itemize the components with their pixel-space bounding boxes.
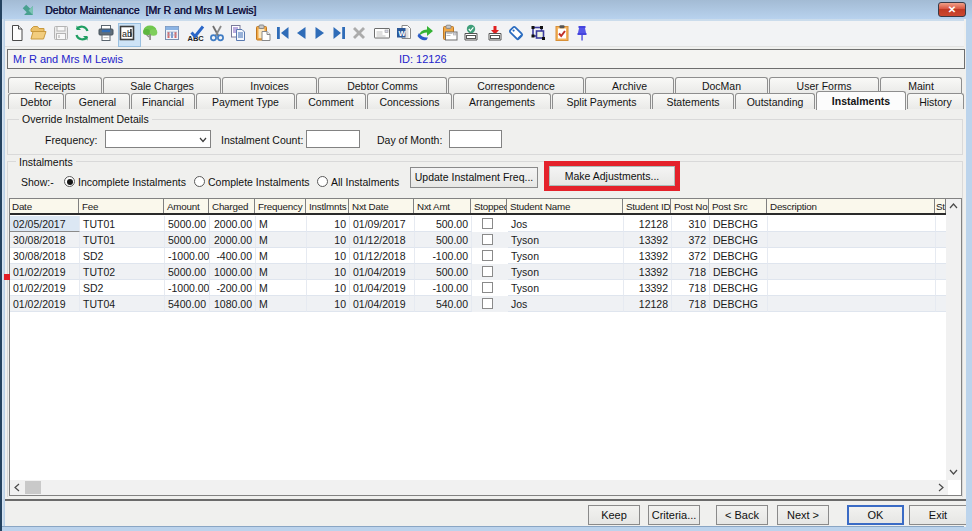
svg-text:W: W	[399, 29, 407, 38]
